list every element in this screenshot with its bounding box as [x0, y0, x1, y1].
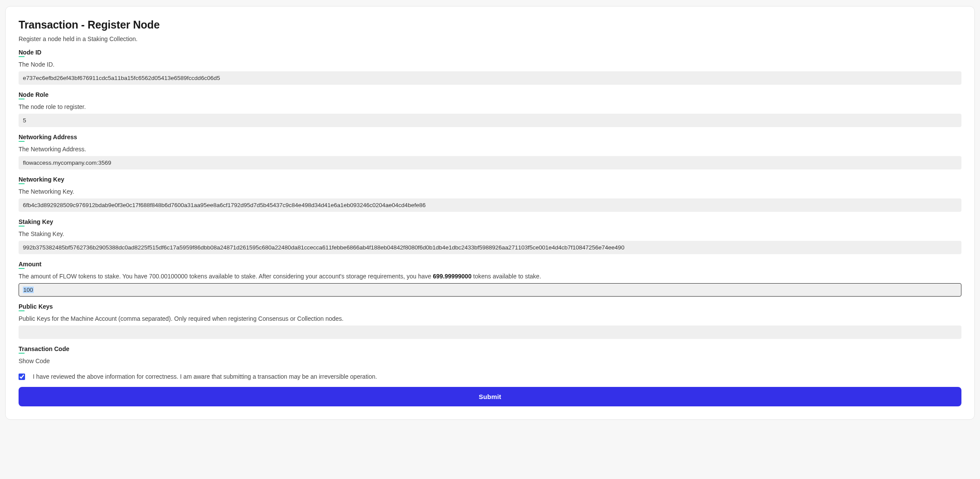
label-node-id: Node ID: [19, 49, 41, 56]
label-transaction-code: Transaction Code: [19, 345, 69, 352]
desc-staking-key: The Staking Key.: [19, 230, 961, 237]
desc-amount: The amount of FLOW tokens to stake. You …: [19, 273, 961, 280]
input-public-keys[interactable]: [19, 326, 961, 339]
field-group-transaction-code: Transaction Code Show Code: [19, 345, 961, 364]
label-networking-key: Networking Key: [19, 176, 64, 183]
consent-row: I have reviewed the above information fo…: [19, 373, 961, 380]
field-group-staking-key: Staking Key The Staking Key.: [19, 218, 961, 254]
field-group-networking-address: Networking Address The Networking Addres…: [19, 133, 961, 169]
consent-text: I have reviewed the above information fo…: [33, 373, 377, 380]
input-node-role[interactable]: [19, 114, 961, 127]
input-networking-key[interactable]: [19, 198, 961, 212]
label-node-role: Node Role: [19, 91, 48, 98]
page-subtitle: Register a node held in a Staking Collec…: [19, 35, 961, 42]
transaction-form-card: Transaction - Register Node Register a n…: [5, 6, 975, 420]
input-amount-value: 100: [23, 287, 34, 293]
label-networking-address: Networking Address: [19, 134, 77, 141]
field-group-node-role: Node Role The node role to register.: [19, 91, 961, 127]
desc-node-role: The node role to register.: [19, 103, 961, 110]
desc-amount-prefix: The amount of FLOW tokens to stake. You …: [19, 273, 433, 280]
field-group-networking-key: Networking Key The Networking Key.: [19, 176, 961, 212]
desc-networking-address: The Networking Address.: [19, 146, 961, 153]
show-code-toggle[interactable]: Show Code: [19, 358, 961, 364]
label-public-keys: Public Keys: [19, 303, 53, 310]
desc-networking-key: The Networking Key.: [19, 188, 961, 195]
desc-amount-bold: 699.99999000: [433, 273, 472, 280]
field-group-node-id: Node ID The Node ID.: [19, 48, 961, 85]
label-staking-key: Staking Key: [19, 218, 53, 225]
field-group-amount: Amount The amount of FLOW tokens to stak…: [19, 260, 961, 297]
consent-checkbox[interactable]: [19, 374, 25, 380]
desc-node-id: The Node ID.: [19, 61, 961, 68]
input-networking-address[interactable]: [19, 156, 961, 169]
input-staking-key[interactable]: [19, 241, 961, 254]
desc-public-keys: Public Keys for the Machine Account (com…: [19, 315, 961, 322]
input-node-id[interactable]: [19, 71, 961, 85]
input-amount[interactable]: 100: [19, 283, 961, 297]
field-group-public-keys: Public Keys Public Keys for the Machine …: [19, 303, 961, 339]
submit-button[interactable]: Submit: [19, 387, 961, 406]
page-title: Transaction - Register Node: [19, 19, 961, 31]
desc-amount-suffix: tokens available to stake.: [472, 273, 541, 280]
label-amount: Amount: [19, 261, 41, 268]
